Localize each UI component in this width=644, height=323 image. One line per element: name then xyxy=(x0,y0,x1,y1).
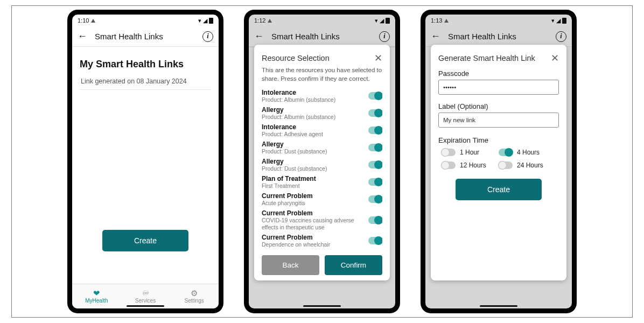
resource-toggle[interactable] xyxy=(368,109,382,117)
close-icon[interactable]: ✕ xyxy=(551,52,559,64)
status-bar: 1:13 ▾ ◢ xyxy=(425,15,572,26)
expiration-option-label: 4 Hours xyxy=(517,149,540,156)
label-input[interactable] xyxy=(438,113,559,128)
resource-subtitle: Product: Dust (substance) xyxy=(262,148,327,155)
expiration-toggle[interactable] xyxy=(499,162,513,169)
nav-label: Services xyxy=(135,298,156,304)
modal-title: Resource Selection xyxy=(262,54,330,62)
resource-subtitle: First Treatment xyxy=(262,182,316,189)
create-button[interactable]: Create xyxy=(456,179,542,200)
screen-body: My Smart Health Links Link generated on … xyxy=(72,47,219,284)
resource-toggle[interactable] xyxy=(368,178,382,186)
link-row[interactable]: Link generated on 08 January 2024 xyxy=(80,73,211,90)
resource-list: IntoleranceProduct: Albumin (substance)A… xyxy=(262,87,382,251)
home-indicator xyxy=(127,305,164,307)
resource-toggle[interactable] xyxy=(368,144,382,151)
resource-title: Current Problem xyxy=(262,209,368,217)
wifi-icon: ▾ xyxy=(198,17,201,24)
expiration-option[interactable]: 1 Hour xyxy=(442,149,499,156)
expiration-option-label: 12 Hours xyxy=(460,162,486,169)
resource-title: Allergy xyxy=(262,106,335,114)
create-button[interactable]: Create xyxy=(102,230,188,251)
signal-icon: ◢ xyxy=(556,17,561,24)
resource-item: AllergyProduct: Dust (substance) xyxy=(262,156,382,173)
resource-toggle[interactable] xyxy=(368,127,382,134)
resource-item: Current ProblemCOVID-19 vaccines causing… xyxy=(262,208,382,231)
status-time: 1:12 xyxy=(254,17,265,24)
resource-toggle[interactable] xyxy=(368,195,382,203)
warning-icon xyxy=(91,19,95,23)
passcode-input[interactable] xyxy=(438,80,559,95)
resource-toggle[interactable] xyxy=(368,237,382,244)
app-header: ← Smart Health Links i xyxy=(249,26,395,47)
phone-3: 1:13 ▾ ◢ ← Smart Health Links i I Genera… xyxy=(421,10,576,313)
expiration-toggle[interactable] xyxy=(442,149,456,156)
resource-item: Current ProblemDependence on wheelchair xyxy=(262,232,382,249)
resource-item: IntoleranceProduct: Adhesive agent xyxy=(262,122,382,139)
page-title: My Smart Health Links xyxy=(80,59,211,70)
nav-myhealth[interactable]: ❤ MyHealth xyxy=(72,284,121,308)
wifi-icon: ▾ xyxy=(551,17,555,24)
resource-title: Plan of Treatment xyxy=(262,175,316,182)
expiration-option[interactable]: 12 Hours xyxy=(442,162,499,169)
resource-item: Plan of TreatmentFirst Treatment xyxy=(262,173,382,191)
header-title: Smart Health Links xyxy=(95,32,195,41)
expiration-toggle[interactable] xyxy=(442,162,456,169)
resource-item: AllergyProduct: Dust (substance) xyxy=(262,139,382,156)
resource-toggle[interactable] xyxy=(368,92,382,100)
expiration-option[interactable]: 4 Hours xyxy=(499,149,556,156)
resource-title: Allergy xyxy=(262,158,327,165)
resource-subtitle: Product: Albumin (substance) xyxy=(262,96,335,103)
figure-frame: 1:10 ▾ ◢ ← Smart Health Links i My Smart… xyxy=(11,5,633,318)
expiration-option[interactable]: 24 Hours xyxy=(499,162,556,169)
info-icon[interactable]: i xyxy=(556,31,566,42)
back-arrow-icon[interactable]: ← xyxy=(254,31,264,42)
nav-settings[interactable]: ⚙ Settings xyxy=(170,284,219,308)
nav-label: Settings xyxy=(185,298,204,304)
resource-title: Allergy xyxy=(262,141,327,148)
resource-title: Intolerance xyxy=(262,89,335,96)
resource-toggle[interactable] xyxy=(368,161,382,168)
warning-icon xyxy=(268,19,272,23)
label-label: Label (Optional) xyxy=(438,102,559,110)
nav-label: MyHealth xyxy=(85,298,108,304)
phone-1: 1:10 ▾ ◢ ← Smart Health Links i My Smart… xyxy=(68,10,223,313)
resource-title: Current Problem xyxy=(262,234,330,241)
battery-icon xyxy=(562,18,566,24)
battery-icon xyxy=(386,18,390,24)
home-indicator xyxy=(480,305,517,307)
resource-title: Intolerance xyxy=(262,123,323,131)
gear-icon: ⚙ xyxy=(191,289,198,297)
resource-item: IntoleranceProduct: Albumin (substance) xyxy=(262,87,382,104)
signal-icon: ◢ xyxy=(203,17,207,24)
resource-subtitle: Product: Adhesive agent xyxy=(262,131,323,137)
resource-subtitle: Product: Albumin (substance) xyxy=(262,114,335,120)
resource-toggle[interactable] xyxy=(368,216,382,224)
header-title: Smart Health Links xyxy=(271,32,372,41)
back-button[interactable]: Back xyxy=(262,255,319,275)
close-icon[interactable]: ✕ xyxy=(374,52,382,64)
home-indicator xyxy=(303,305,341,307)
battery-icon xyxy=(209,18,213,24)
passcode-label: Passcode xyxy=(438,69,559,78)
generate-link-modal: Generate Smart Health Link ✕ Passcode La… xyxy=(431,45,566,280)
status-time: 1:10 xyxy=(78,17,89,24)
screen-3: 1:13 ▾ ◢ ← Smart Health Links i I Genera… xyxy=(425,15,572,308)
expiration-options: 1 Hour4 Hours12 Hours24 Hours xyxy=(438,149,559,169)
phone-2: 1:12 ▾ ◢ ← Smart Health Links i Resource… xyxy=(244,10,400,313)
back-arrow-icon[interactable]: ← xyxy=(78,31,87,42)
resource-item: AllergyProduct: Albumin (substance) xyxy=(262,104,382,122)
back-arrow-icon[interactable]: ← xyxy=(431,31,440,42)
modal-title: Generate Smart Health Link xyxy=(438,54,535,62)
info-icon[interactable]: i xyxy=(379,31,390,42)
status-time: 1:13 xyxy=(431,17,442,24)
confirm-button[interactable]: Confirm xyxy=(325,255,382,275)
expiration-toggle[interactable] xyxy=(499,149,513,156)
resource-subtitle: Dependence on wheelchair xyxy=(262,241,330,248)
info-icon[interactable]: i xyxy=(202,31,213,42)
resource-subtitle: Acute pharyngitis xyxy=(262,200,313,206)
screen-2: 1:12 ▾ ◢ ← Smart Health Links i Resource… xyxy=(249,15,395,308)
status-bar: 1:12 ▾ ◢ xyxy=(249,15,395,26)
status-bar: 1:10 ▾ ◢ xyxy=(72,15,219,26)
header-title: Smart Health Links xyxy=(448,32,548,41)
